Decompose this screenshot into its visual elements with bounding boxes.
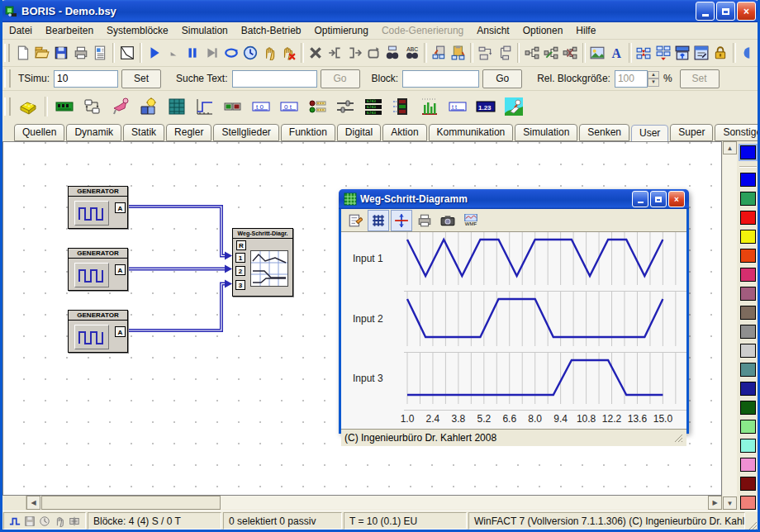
crosshair-toggle-button[interactable] — [391, 210, 412, 231]
menu-batch-betrieb[interactable]: Batch-Betrieb — [235, 23, 308, 38]
insert-text-button[interactable]: A — [607, 42, 626, 64]
step-response-icon[interactable] — [192, 93, 218, 120]
connection-edit-button[interactable] — [541, 42, 560, 64]
user-block-icon[interactable] — [501, 93, 527, 120]
tab-kommunikation[interactable]: Kommunikation — [429, 124, 514, 141]
color-swatch-14[interactable] — [740, 420, 756, 434]
pan-cancel-button[interactable] — [279, 42, 298, 64]
tab-regler[interactable]: Regler — [166, 124, 211, 141]
tsimu-input[interactable] — [54, 70, 118, 88]
delay-t0-icon[interactable]: t 0 — [248, 93, 274, 120]
led-panel-icon[interactable] — [304, 93, 330, 120]
scroll-down-icon[interactable]: ▼ — [723, 496, 737, 510]
pause-button[interactable] — [183, 42, 202, 64]
tab-dynamik[interactable]: Dynamik — [66, 124, 121, 141]
maximize-button[interactable] — [716, 2, 735, 21]
toolbar-grip[interactable] — [4, 97, 11, 116]
color-swatch-0[interactable] — [740, 145, 756, 159]
color-swatch-9[interactable] — [740, 325, 756, 339]
tab-funktion[interactable]: Funktion — [281, 124, 335, 141]
menu-optimierung[interactable]: Optimierung — [308, 23, 375, 38]
led-bar-icon[interactable] — [388, 93, 415, 120]
reset-port[interactable]: R — [236, 240, 246, 250]
connection-mode-button[interactable] — [522, 42, 541, 64]
tab-senken[interactable]: Senken — [579, 124, 629, 141]
scrollbar-thumb[interactable] — [41, 496, 221, 510]
output-port-a[interactable]: A — [115, 326, 126, 337]
print-button[interactable] — [414, 210, 435, 231]
tsimu-set-button[interactable]: Set — [121, 69, 161, 88]
color-swatch-1[interactable] — [740, 173, 756, 187]
hardware-board-icon[interactable] — [51, 93, 78, 120]
color-swatch-3[interactable] — [740, 211, 756, 225]
tab-quellen[interactable]: Quellen — [14, 124, 64, 141]
color-swatch-10[interactable] — [740, 344, 756, 358]
tab-sonstige[interactable]: Sonstige — [715, 124, 760, 141]
color-swatch-5[interactable] — [740, 249, 756, 263]
color-swatch-8[interactable] — [740, 306, 756, 320]
run-button[interactable] — [145, 42, 164, 64]
minimize-button[interactable] — [696, 2, 715, 21]
cut-input-button[interactable] — [325, 42, 344, 64]
color-swatch-7[interactable] — [740, 287, 756, 301]
worksheet-canvas[interactable]: GENERATOR A GENERATOR A GENERATOR A Weg-… — [2, 141, 722, 496]
color-swatch-2[interactable] — [740, 192, 756, 206]
minimize-button[interactable] — [632, 191, 648, 207]
wmf-export-button[interactable]: WMF — [460, 210, 482, 231]
open-button[interactable] — [33, 42, 52, 64]
resize-grip[interactable] — [673, 433, 683, 443]
lego-block-icon[interactable] — [15, 93, 41, 120]
slider-panel-icon[interactable] — [332, 93, 359, 120]
input-port-3[interactable]: 3 — [235, 280, 245, 290]
cut-output-button[interactable] — [344, 42, 363, 64]
properties-button[interactable] — [344, 210, 366, 231]
grid-toggle-button[interactable] — [368, 210, 389, 231]
sound-action-icon[interactable] — [107, 93, 134, 120]
align-vertical-button[interactable] — [653, 42, 672, 64]
report-button[interactable] — [90, 42, 109, 64]
relsize-spinner[interactable]: ▲▼ — [648, 71, 659, 87]
toggle-display-icon[interactable] — [220, 93, 246, 120]
scroll-left-icon[interactable]: ◀ — [26, 496, 40, 510]
align-horizontal-button[interactable] — [634, 42, 653, 64]
menu-optionen[interactable]: Optionen — [516, 23, 570, 38]
idea-book-icon[interactable] — [135, 93, 162, 120]
rotate-block-button[interactable] — [363, 42, 382, 64]
find-block-button[interactable] — [383, 42, 402, 64]
connection-delete-button[interactable] — [561, 42, 580, 64]
tab-aktion[interactable]: Aktion — [382, 124, 426, 141]
run-to-end-button[interactable] — [202, 42, 221, 64]
menu-simulation[interactable]: Simulation — [175, 23, 235, 38]
title-bar[interactable]: BORIS - Demo.bsy × — [0, 0, 760, 22]
close-button[interactable]: × — [737, 2, 756, 21]
digital-display-icon[interactable]: 674367436743 — [360, 93, 387, 120]
generator-block-1[interactable]: GENERATOR A — [68, 186, 128, 229]
relsize-input[interactable] — [615, 70, 648, 88]
color-swatch-17[interactable] — [740, 477, 756, 491]
maximize-button[interactable] — [650, 191, 667, 207]
save-button[interactable] — [52, 42, 71, 64]
generator-block-3[interactable]: GENERATOR A — [68, 310, 128, 353]
search-text-input[interactable] — [232, 70, 317, 88]
step-button[interactable] — [164, 42, 183, 64]
output-port-a[interactable]: A — [115, 202, 126, 213]
delete-button[interactable] — [306, 42, 325, 64]
toolbar-grip[interactable] — [4, 69, 11, 88]
redraw-connections-button[interactable] — [495, 42, 514, 64]
color-swatch-13[interactable] — [740, 401, 756, 415]
close-button[interactable]: × — [668, 191, 685, 207]
scroll-up-icon[interactable]: ▲ — [723, 141, 737, 154]
color-swatch-12[interactable] — [740, 382, 756, 396]
snapshot-button[interactable] — [437, 210, 458, 231]
scroll-right-icon[interactable]: ▶ — [708, 496, 722, 510]
move-connections-button[interactable] — [476, 42, 495, 64]
bring-to-front-button[interactable] — [672, 42, 691, 64]
vertical-scrollbar[interactable]: ▲ ▼ — [723, 141, 737, 510]
color-swatch-6[interactable] — [740, 268, 756, 282]
delay-0t-icon[interactable]: 0 t — [276, 93, 302, 120]
input-port-2[interactable]: 2 — [235, 266, 245, 276]
tab-statik[interactable]: Statik — [123, 124, 164, 141]
menu-hilfe[interactable]: Hilfe — [569, 23, 602, 38]
more-button[interactable] — [739, 42, 758, 64]
color-swatch-4[interactable] — [740, 230, 756, 244]
